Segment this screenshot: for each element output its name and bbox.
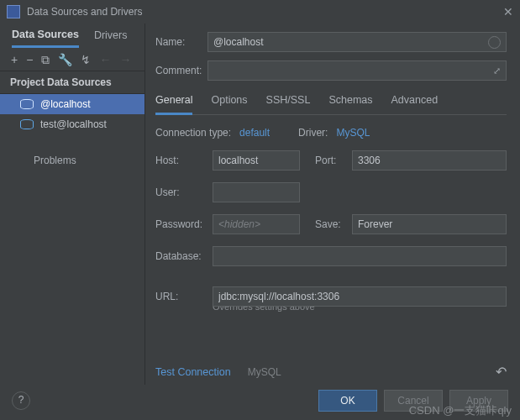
connection-type-row: Connection type: default Driver: MySQL bbox=[155, 118, 507, 150]
tree-item-test-localhost[interactable]: test@localhost bbox=[0, 114, 144, 134]
right-panel: Name: Comment: ⤢ General Options SSH/SSL… bbox=[144, 24, 520, 385]
host-input[interactable] bbox=[218, 151, 294, 170]
database-label: Database: bbox=[155, 250, 213, 262]
url-label: URL: bbox=[155, 291, 213, 302]
color-indicator-icon[interactable] bbox=[488, 36, 501, 49]
name-input[interactable] bbox=[213, 33, 501, 51]
name-field[interactable] bbox=[207, 32, 507, 52]
password-label: Password: bbox=[155, 218, 213, 230]
connection-type-value[interactable]: default bbox=[239, 127, 270, 139]
expand-icon[interactable]: ⤢ bbox=[493, 66, 501, 76]
host-field[interactable] bbox=[213, 150, 300, 171]
detail-tabs: General Options SSH/SSL Schemas Advanced bbox=[155, 89, 507, 115]
window-title: Data Sources and Drivers bbox=[27, 6, 503, 18]
row-host-port: Host: Port: bbox=[155, 150, 507, 171]
row-password-save: Password: <hidden> Save: Forever bbox=[155, 214, 507, 234]
comment-field[interactable]: ⤢ bbox=[207, 60, 507, 81]
app-icon bbox=[7, 5, 20, 18]
forward-icon[interactable]: → bbox=[119, 54, 131, 66]
host-label: Host: bbox=[155, 155, 213, 166]
port-label: Port: bbox=[315, 155, 352, 166]
titlebar: Data Sources and Drivers ✕ bbox=[0, 0, 520, 24]
main-area: Data Sources Drivers + − ⧉ 🔧 ↯ ← → Proje… bbox=[0, 24, 520, 385]
database-icon bbox=[20, 119, 34, 129]
save-value: Forever bbox=[358, 218, 392, 230]
footer-buttons: OK Cancel Apply bbox=[318, 390, 508, 412]
comment-input[interactable] bbox=[213, 61, 501, 80]
tab-general[interactable]: General bbox=[155, 89, 192, 115]
add-icon[interactable]: + bbox=[11, 54, 18, 66]
ok-button[interactable]: OK bbox=[318, 390, 377, 412]
save-label: Save: bbox=[315, 218, 352, 230]
revert-icon[interactable]: ↶ bbox=[496, 364, 507, 380]
comment-label: Comment: bbox=[155, 65, 207, 76]
test-connection-link[interactable]: Test Connection bbox=[155, 366, 231, 378]
wrench-icon[interactable]: 🔧 bbox=[58, 54, 72, 66]
driver-name-text: MySQL bbox=[248, 366, 281, 378]
source-tabs: Data Sources Drivers bbox=[0, 24, 144, 49]
driver-label: Driver: bbox=[298, 127, 328, 139]
row-comment: Comment: ⤢ bbox=[155, 60, 507, 81]
row-name: Name: bbox=[155, 32, 507, 52]
url-field[interactable] bbox=[213, 286, 507, 307]
problems-section[interactable]: Problems bbox=[0, 134, 144, 173]
port-field[interactable] bbox=[352, 150, 507, 171]
left-panel: Data Sources Drivers + − ⧉ 🔧 ↯ ← → Proje… bbox=[0, 24, 144, 385]
apply-button[interactable]: Apply bbox=[449, 390, 508, 412]
help-button[interactable]: ? bbox=[12, 391, 30, 410]
password-placeholder: <hidden> bbox=[218, 218, 260, 230]
left-toolbar: + − ⧉ 🔧 ↯ ← → bbox=[0, 49, 144, 71]
user-field[interactable] bbox=[213, 182, 300, 202]
tree-item-label: @localhost bbox=[40, 98, 91, 110]
tab-sshssl[interactable]: SSH/SSL bbox=[266, 89, 311, 114]
row-user: User: bbox=[155, 182, 507, 202]
database-icon bbox=[20, 99, 34, 109]
password-field[interactable]: <hidden> bbox=[213, 214, 300, 234]
database-field[interactable] bbox=[213, 246, 507, 266]
tab-schemas[interactable]: Schemas bbox=[328, 89, 372, 114]
tree-item-localhost[interactable]: @localhost bbox=[0, 94, 144, 114]
tab-data-sources[interactable]: Data Sources bbox=[12, 29, 79, 48]
back-icon[interactable]: ← bbox=[99, 54, 111, 66]
user-label: User: bbox=[155, 186, 213, 198]
dialog-footer: ? OK Cancel Apply bbox=[0, 386, 520, 415]
name-label: Name: bbox=[155, 36, 207, 48]
port-input[interactable] bbox=[358, 151, 501, 170]
url-input[interactable] bbox=[218, 287, 501, 306]
database-input[interactable] bbox=[218, 247, 501, 265]
save-field[interactable]: Forever bbox=[352, 214, 507, 234]
copy-icon[interactable]: ⧉ bbox=[41, 54, 50, 66]
row-url: URL: bbox=[155, 286, 507, 307]
tree-header: Project Data Sources bbox=[0, 71, 144, 94]
user-input[interactable] bbox=[218, 183, 294, 202]
reset-icon[interactable]: ↯ bbox=[81, 54, 91, 66]
remove-icon[interactable]: − bbox=[26, 54, 33, 66]
tab-advanced[interactable]: Advanced bbox=[391, 89, 439, 114]
cancel-button[interactable]: Cancel bbox=[384, 390, 443, 412]
close-icon[interactable]: ✕ bbox=[503, 7, 513, 17]
tab-drivers[interactable]: Drivers bbox=[94, 29, 128, 46]
tab-options[interactable]: Options bbox=[211, 89, 247, 114]
connection-type-label: Connection type: bbox=[155, 127, 231, 139]
row-database: Database: bbox=[155, 246, 507, 266]
dialog-window: Data Sources and Drivers ✕ Data Sources … bbox=[0, 0, 520, 420]
bottom-links: Test Connection MySQL ↶ bbox=[155, 364, 507, 380]
driver-value[interactable]: MySQL bbox=[336, 127, 370, 139]
tree-item-label: test@localhost bbox=[40, 118, 107, 130]
